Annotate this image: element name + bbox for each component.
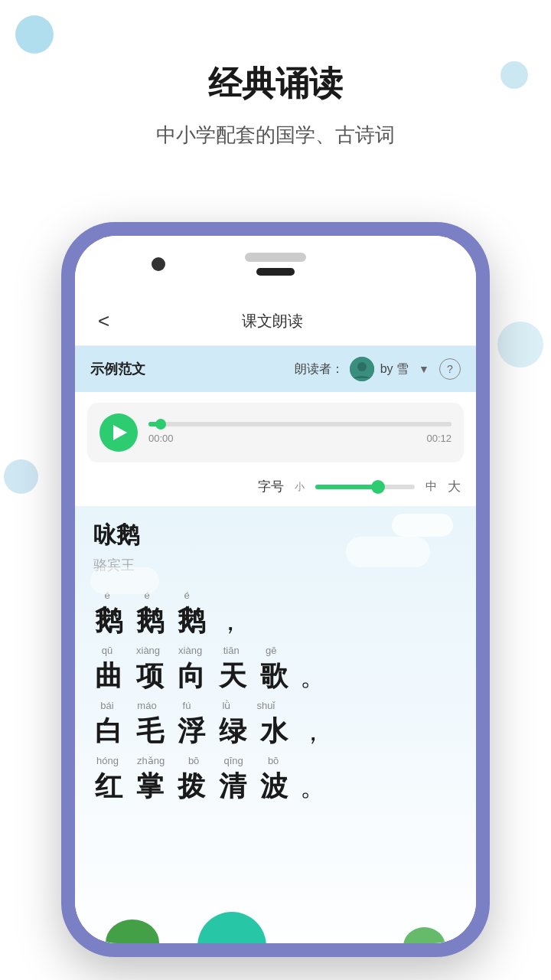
page-subtitle: 中小学配套的国学、古诗词 — [0, 122, 551, 149]
deco-circle-midleft — [4, 459, 38, 494]
poem-line-3: bái máo fú lǜ shuǐ 白 毛 浮 绿 水 ， — [93, 700, 458, 750]
phone-inner: < 课文朗读 示例范文 朗读者： — [75, 236, 476, 943]
play-icon — [113, 425, 127, 440]
app-screen: < 课文朗读 示例范文 朗读者： — [75, 297, 476, 943]
reader-label: 朗读者： — [295, 361, 344, 377]
char-row-2: 曲 项 向 天 歌 。 — [93, 658, 326, 695]
player-progress: 00:00 00:12 — [148, 422, 452, 444]
font-size-control: 字号 小 中 大 — [75, 473, 476, 506]
reader-name: by 雪 — [380, 361, 409, 377]
audio-player: 00:00 00:12 — [87, 403, 464, 462]
back-button[interactable]: < — [90, 306, 117, 336]
page-title: 经典诵读 — [0, 61, 551, 106]
phone-speaker — [245, 253, 306, 262]
reader-dropdown[interactable]: ▼ — [415, 360, 433, 378]
phone-outer: < 课文朗读 示例范文 朗读者： — [61, 222, 490, 957]
progress-bar[interactable] — [148, 422, 452, 426]
poem-line-1: é é é 鹅 鹅 鹅 ， — [93, 590, 458, 640]
cloud-deco-2 — [346, 537, 430, 567]
time-current: 00:00 — [148, 433, 174, 444]
font-size-slider[interactable] — [315, 485, 415, 489]
phone-earpiece — [256, 268, 295, 276]
svg-point-1 — [357, 362, 367, 371]
reader-info: 朗读者： by 雪 ▼ ? — [295, 357, 461, 381]
nav-bar: < 课文朗读 — [75, 297, 476, 346]
cloud-deco-1 — [392, 514, 453, 537]
pinyin-row-2: qū xiàng xiàng tiān gē — [93, 645, 282, 656]
blue-section: 示例范文 朗读者： by 雪 ▼ ? — [75, 346, 476, 392]
section-label: 示例范文 — [90, 360, 145, 378]
time-labels: 00:00 00:12 — [148, 433, 452, 444]
time-total: 00:12 — [426, 433, 452, 444]
reader-avatar — [350, 357, 374, 381]
deco-circle-topleft — [15, 15, 54, 54]
phone-top-bar — [75, 236, 476, 297]
poem-line-4: hóng zhǎng bō qīng bō 红 掌 拨 清 波 。 — [93, 755, 458, 805]
green-tree-left — [106, 920, 159, 943]
phone-mockup: < 课文朗读 示例范文 朗读者： — [61, 222, 490, 957]
green-tree-right — [403, 927, 445, 943]
slider-thumb — [371, 480, 385, 494]
poem-area: 咏鹅 骆宾王 é é é 鹅 鹅 鹅 ， — [75, 506, 476, 943]
phone-camera — [152, 257, 165, 271]
font-size-medium-label: 中 — [425, 479, 437, 494]
deco-circle-midright — [497, 322, 543, 368]
nav-title: 课文朗读 — [117, 311, 427, 332]
help-button[interactable]: ? — [439, 358, 461, 380]
deco-circle-topright — [500, 61, 528, 89]
font-size-large-label: 大 — [448, 478, 461, 495]
teal-circle-bottom — [197, 912, 266, 943]
font-size-label: 字号 — [258, 478, 284, 495]
header: 经典诵读 中小学配套的国学、古诗词 — [0, 0, 551, 172]
pinyin-row-3: bái máo fú lǜ shuǐ — [93, 700, 277, 711]
progress-dot — [155, 419, 166, 430]
poem-line-2: qū xiàng xiàng tiān gē 曲 项 向 天 歌 。 — [93, 645, 458, 695]
play-button[interactable] — [99, 413, 138, 452]
char-row-4: 红 掌 拨 清 波 。 — [93, 768, 326, 805]
slider-fill — [315, 485, 380, 489]
char-row-1: 鹅 鹅 鹅 ， — [93, 603, 243, 640]
char-row-3: 白 毛 浮 绿 水 ， — [93, 713, 326, 750]
pinyin-row-4: hóng zhǎng bō qīng bō — [93, 755, 284, 766]
cloud-deco-3 — [90, 567, 159, 594]
font-size-small-label: 小 — [295, 480, 305, 494]
